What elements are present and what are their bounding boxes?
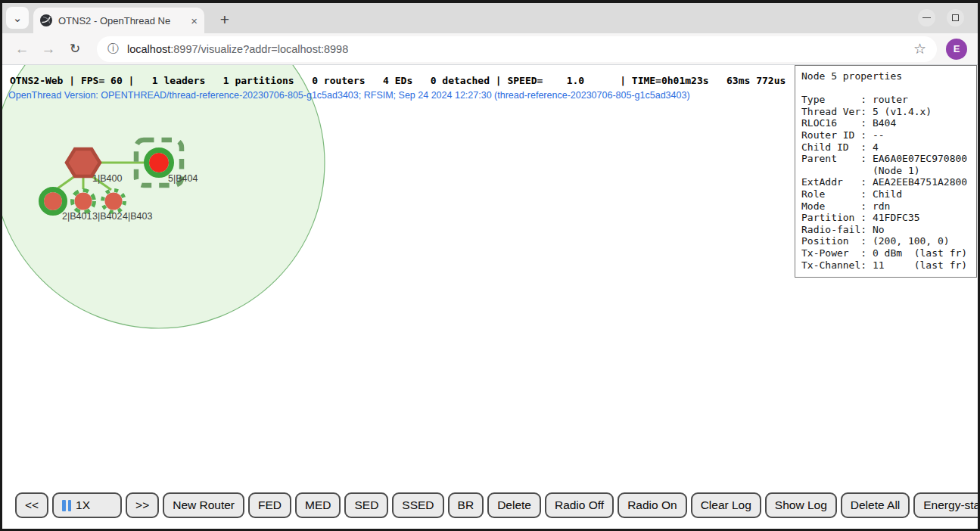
node-2-body[interactable]	[44, 192, 62, 210]
node-3-body[interactable]	[75, 193, 92, 210]
node-properties-title: Node 5 properties	[801, 70, 970, 82]
clear-log-button[interactable]: Clear Log	[691, 492, 761, 518]
node-2[interactable]	[42, 190, 65, 213]
prop-mode: Mode : rdn	[801, 200, 970, 213]
url-text[interactable]: localhost:8997/visualize?addr=localhost:…	[127, 43, 348, 55]
node-4-label: 4|B403	[123, 211, 152, 222]
minimize-icon	[922, 17, 931, 19]
tab-title: OTNS2 - OpenThread Ne	[58, 15, 178, 26]
openthread-version-line: OpenThread Version: OPENTHREAD/thread-re…	[8, 90, 690, 101]
prop-router-id: Router ID : --	[801, 129, 970, 141]
node-4-body[interactable]	[105, 193, 123, 210]
radio-on-button[interactable]: Radio On	[618, 492, 686, 518]
node-3-label: 3|B402	[92, 211, 122, 222]
prop-child-id: Child ID : 4	[801, 141, 970, 154]
window-controls	[918, 9, 964, 26]
tab-search-button[interactable]: ⌄	[6, 7, 29, 29]
prop-rloc16: RLOC16 : B404	[801, 117, 970, 129]
prop-tx-channel: Tx-Channel: 11 (last fr)	[801, 259, 970, 272]
status-bar: OTNS2-Web | FPS= 60 | 1 leaders 1 partit…	[10, 75, 786, 86]
radio-off-button[interactable]: Radio Off	[545, 492, 614, 518]
prop-parent: Parent : EA6A0E07EC970800	[801, 153, 970, 165]
med-button[interactable]: MED	[295, 492, 341, 518]
prop-thread-ver: Thread Ver: 5 (v1.4.x)	[801, 106, 970, 118]
delete-all-button[interactable]: Delete All	[841, 492, 910, 518]
node-properties-panel: Node 5 properties Type : router Thread V…	[795, 65, 977, 278]
tab-strip: ⌄ OTNS2 - OpenThread Ne × +	[2, 3, 978, 33]
chevron-down-icon: ⌄	[13, 11, 23, 25]
minimize-button[interactable]	[918, 9, 935, 26]
new-router-button[interactable]: New Router	[163, 492, 244, 518]
url-host: localhost	[127, 43, 170, 55]
bookmark-star-icon[interactable]: ☆	[913, 40, 926, 57]
prop-tx-power: Tx-Power : 0 dBm (last fr)	[801, 247, 970, 259]
prop-extaddr: ExtAddr : AEA2EEB4751A2800	[801, 176, 970, 188]
tab-otns[interactable]: OTNS2 - OpenThread Ne ×	[33, 8, 204, 33]
simulator-controls: << 1X >> New Router FED MED SED SSED BR …	[15, 492, 978, 518]
prop-position: Position : (200, 100, 0)	[801, 235, 970, 247]
address-bar[interactable]: ⓘ localhost:8997/visualize?addr=localhos…	[97, 36, 937, 62]
prop-partition: Partition : 41FDFC35	[801, 212, 970, 224]
node-1-leader[interactable]	[67, 149, 100, 176]
sed-button[interactable]: SED	[344, 492, 388, 518]
site-info-icon[interactable]: ⓘ	[107, 42, 119, 56]
node-5-selected[interactable]	[147, 151, 172, 175]
show-log-button[interactable]: Show Log	[765, 492, 837, 518]
leader-hexagon[interactable]	[67, 149, 100, 176]
url-path: :8997/visualize?addr=localhost:8998	[170, 43, 348, 55]
back-button[interactable]: ←	[13, 41, 31, 57]
prop-role: Role : Child	[801, 188, 970, 200]
pause-speed-button[interactable]: 1X	[52, 492, 122, 518]
node-2-label: 2|B401	[62, 211, 92, 222]
prop-parent-2: (Node 1)	[801, 165, 970, 177]
node-1-label: 1|B400	[92, 173, 122, 184]
ssed-button[interactable]: SSED	[392, 492, 443, 518]
delete-button[interactable]: Delete	[487, 492, 541, 518]
maximize-button[interactable]	[947, 9, 964, 26]
tab-close-icon[interactable]: ×	[191, 15, 198, 26]
prop-type: Type : router	[801, 94, 970, 106]
br-button[interactable]: BR	[448, 492, 484, 518]
favicon-globe-icon	[40, 14, 52, 26]
browser-toolbar: ← → ↻ ⓘ localhost:8997/visualize?addr=lo…	[2, 33, 978, 65]
speed-up-button[interactable]: >>	[126, 492, 159, 518]
new-tab-button[interactable]: +	[214, 9, 235, 30]
prop-radio-fail: Radio-fail: No	[801, 224, 970, 236]
node-5-label: 5|B404	[168, 173, 198, 184]
browser-window: ⌄ OTNS2 - OpenThread Ne × + ← → ↻ ⓘ loca…	[0, 0, 980, 531]
speed-label: 1X	[76, 498, 90, 512]
fed-button[interactable]: FED	[248, 492, 291, 518]
otns-page: 1|B400 5|B404 2|B401 3|B402 4|B403 OTNS2…	[2, 65, 978, 528]
profile-avatar[interactable]: E	[946, 39, 967, 60]
reload-button[interactable]: ↻	[66, 41, 84, 57]
energy-stats-button[interactable]: Energy-stats ↗	[913, 492, 978, 518]
forward-button[interactable]: →	[39, 41, 58, 57]
node-5-body[interactable]	[149, 153, 169, 172]
pause-icon	[62, 500, 71, 511]
speed-down-button[interactable]: <<	[15, 492, 48, 518]
maximize-icon	[952, 14, 959, 21]
